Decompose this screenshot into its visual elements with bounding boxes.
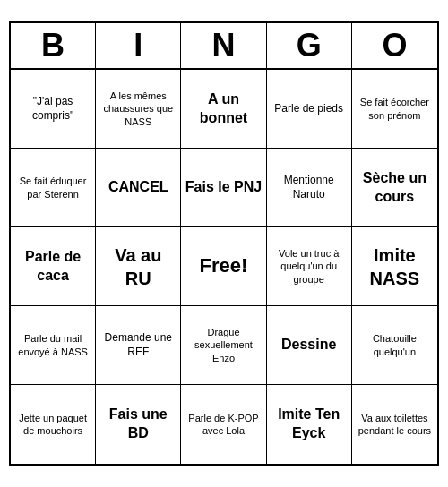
bingo-cell[interactable]: Chatouille quelqu'un	[352, 306, 437, 385]
bingo-cell[interactable]: Mentionne Naruto	[267, 149, 352, 227]
bingo-cell[interactable]: "J'ai pas compris"	[11, 70, 96, 149]
bingo-cell[interactable]: Parle du mail envoyé à NASS	[11, 306, 96, 385]
bingo-cell[interactable]: Sèche un cours	[352, 149, 437, 227]
bingo-cell[interactable]: A les mêmes chaussures que NASS	[96, 70, 181, 149]
header-letter: N	[181, 23, 266, 68]
bingo-grid: "J'ai pas compris"A les mêmes chaussures…	[11, 70, 437, 464]
bingo-cell[interactable]: Se fait écorcher son prénom	[352, 70, 437, 149]
bingo-cell[interactable]: Dessine	[267, 306, 352, 385]
bingo-cell[interactable]: Fais le PNJ	[181, 149, 266, 227]
bingo-cell[interactable]: Demande une REF	[96, 306, 181, 385]
header-letter: O	[352, 23, 437, 68]
bingo-cell[interactable]: Se fait éduquer par Sterenn	[11, 149, 96, 227]
bingo-cell[interactable]: Parle de K-POP avec Lola	[181, 385, 266, 464]
bingo-cell[interactable]: CANCEL	[96, 149, 181, 227]
bingo-cell[interactable]: Jette un paquet de mouchoirs	[11, 385, 96, 464]
bingo-cell[interactable]: Drague sexuellement Enzo	[181, 306, 266, 385]
header-letter: G	[267, 23, 352, 68]
bingo-cell[interactable]: Parle de caca	[11, 227, 96, 306]
bingo-cell[interactable]: Imite NASS	[352, 227, 437, 306]
bingo-cell[interactable]: A un bonnet	[181, 70, 266, 149]
header-letter: B	[11, 23, 96, 68]
bingo-cell[interactable]: Parle de pieds	[267, 70, 352, 149]
bingo-cell[interactable]: Vole un truc à quelqu'un du groupe	[267, 227, 352, 306]
bingo-cell[interactable]: Fais une BD	[96, 385, 181, 464]
bingo-cell[interactable]: Va aux toilettes pendant le cours	[352, 385, 437, 464]
bingo-cell[interactable]: Free!	[181, 227, 266, 306]
bingo-cell[interactable]: Imite Ten Eyck	[267, 385, 352, 464]
bingo-cell[interactable]: Va au RU	[96, 227, 181, 306]
bingo-header: BINGO	[11, 23, 437, 70]
header-letter: I	[96, 23, 181, 68]
bingo-board: BINGO "J'ai pas compris"A les mêmes chau…	[9, 21, 439, 466]
